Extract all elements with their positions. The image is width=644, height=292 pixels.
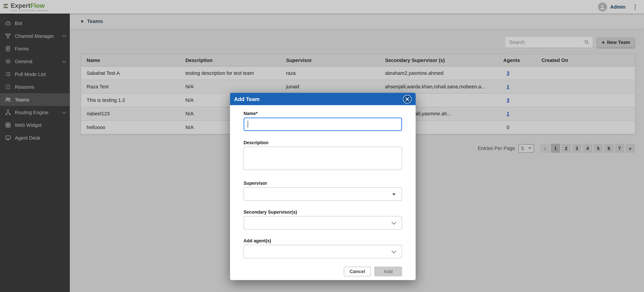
supervisor-select[interactable]	[244, 187, 402, 201]
add-agents-select[interactable]	[244, 245, 402, 258]
text-caret	[248, 121, 248, 128]
app-window: ExpertFlow your callcenter experts Admin…	[0, 0, 644, 292]
name-field-wrap	[244, 117, 402, 131]
secondary-supervisors-select[interactable]	[244, 216, 402, 230]
name-input[interactable]	[244, 117, 402, 131]
close-icon	[405, 97, 409, 101]
modal-title: Add Team	[234, 96, 260, 102]
name-label: Name*	[244, 111, 402, 116]
modal-header: Add Team	[230, 93, 416, 105]
description-textarea[interactable]	[244, 146, 402, 170]
add-button[interactable]: Add	[374, 266, 402, 276]
modal-actions: Cancel Add	[344, 266, 402, 276]
add-agents-label: Add agent(s)	[244, 238, 402, 243]
modal-body: Name* Description Supervisor Secondary S…	[230, 105, 416, 280]
secondary-supervisors-label: Secondary Supervisor(s)	[244, 210, 402, 214]
cancel-button[interactable]: Cancel	[344, 266, 371, 276]
supervisor-label: Supervisor	[244, 181, 402, 186]
description-label: Description	[244, 140, 402, 145]
chevron-down-icon	[392, 248, 396, 253]
add-team-modal: Add Team Name* Description Supervisor Se…	[230, 93, 416, 280]
caret-down-icon	[392, 193, 396, 196]
close-button[interactable]	[403, 95, 412, 103]
chevron-down-icon	[392, 220, 396, 224]
